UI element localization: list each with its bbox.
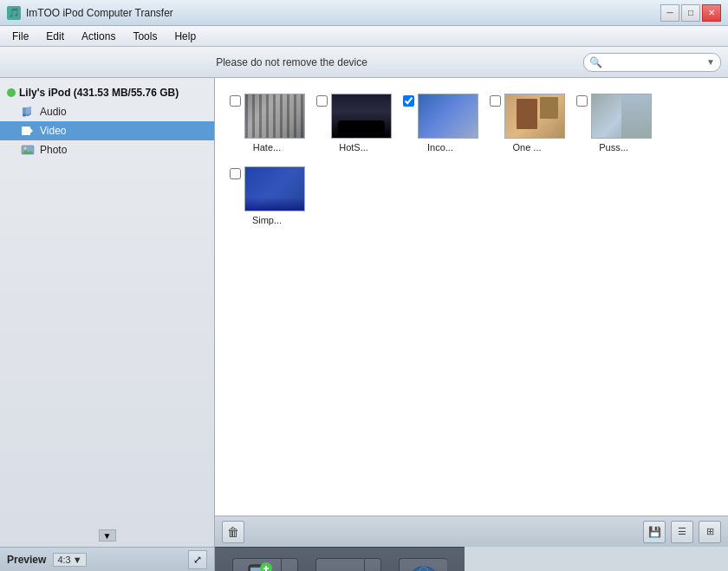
list-item[interactable]: Puss... [570,87,657,159]
thumb-image-inco [418,94,478,139]
aspect-ratio-value: 4:3 [57,555,70,565]
save-button[interactable]: 💾 [643,521,666,543]
window-title: ImTOO iPod Computer Transfer [26,7,660,19]
menu-bar: File Edit Actions Tools Help [0,26,728,47]
audio-label: Audio [40,106,67,118]
window-controls: ─ □ ✕ [660,4,721,22]
list-item[interactable]: Hate... [224,87,310,159]
thumb-image-hate [244,94,305,139]
content-bottom-toolbar: 🗑 💾 ☰ ⊞ [215,516,728,547]
menu-file[interactable]: File [3,27,37,46]
preview-header: Preview 4:3 ▼ ⤢ [0,548,214,571]
transfer-to-device-group: ▼ [232,558,298,572]
transfer-to-computer-group: ▼ [315,558,381,572]
minimize-button[interactable]: ─ [660,4,679,22]
video-icon [21,125,35,137]
svg-point-6 [24,147,27,150]
transfer-to-device-icon [237,561,278,572]
photo-label: Photo [40,144,67,156]
content-area: Hate... HotS... [215,78,728,547]
grid-view-button[interactable]: ⊞ [699,521,721,543]
bottom-action-bar: ▼ ▼ [215,547,465,571]
thumb-image-puss [591,94,652,139]
svg-point-1 [23,114,26,117]
toolbar: Please do not remove the device 🔍 ▼ [0,47,728,78]
thumb-label-one: One ... [512,142,541,152]
sidebar-expand: ▼ [0,524,214,547]
thumb-checkbox-one[interactable] [490,95,501,107]
sidebar: Lily's iPod (431.53 MB/55.76 GB) Audio V… [0,78,215,547]
thumb-checkbox-hots[interactable] [316,95,328,107]
menu-actions[interactable]: Actions [73,27,124,46]
thumb-image-one [504,94,565,139]
thumb-label-puss: Puss... [599,142,628,152]
thumb-checkbox-inco[interactable] [403,95,414,107]
title-bar: 🎵 ImTOO iPod Computer Transfer ─ □ ✕ [0,0,728,26]
thumb-checkbox-hate[interactable] [230,95,241,107]
device-status: Please do not remove the device [7,56,576,68]
photo-icon [21,144,35,156]
itunes-icon [403,561,445,572]
list-item[interactable]: One ... [484,87,570,159]
thumb-checkbox-puss[interactable] [576,95,588,107]
device-item[interactable]: Lily's iPod (431.53 MB/55.76 GB) [0,83,214,102]
thumb-checkbox-simp[interactable] [230,168,241,179]
sidebar-item-photo[interactable]: Photo [0,140,214,159]
aspect-ratio-selector[interactable]: 4:3 ▼ [53,553,86,567]
close-button[interactable]: ✕ [702,4,721,22]
menu-edit[interactable]: Edit [37,27,73,46]
device-status-dot [7,88,16,97]
thumb-label-hots: HotS... [339,142,368,152]
itunes-group [399,558,447,572]
preview-label: Preview [7,554,46,566]
device-name: Lily's iPod (431.53 MB/55.76 GB) [19,87,179,99]
svg-marker-4 [30,128,33,133]
transfer-to-computer-button[interactable] [315,558,364,572]
thumb-image-hots [331,94,392,139]
sidebar-item-video[interactable]: Video [0,121,214,140]
thumb-image-simp [244,166,305,211]
list-view-button[interactable]: ☰ [671,521,693,543]
transfer-to-device-button[interactable] [232,558,281,572]
sidebar-item-audio[interactable]: Audio [0,102,214,121]
delete-button[interactable]: 🗑 [222,521,244,543]
search-icon: 🔍 [589,56,602,68]
expand-arrow-button[interactable]: ▼ [99,529,116,542]
search-box: 🔍 ▼ [583,53,721,72]
thumb-label-simp: Simp... [252,215,282,225]
itunes-button[interactable] [399,558,447,572]
list-item[interactable]: Simp... [224,159,310,232]
menu-tools[interactable]: Tools [124,27,166,46]
transfer-to-computer-icon [320,561,361,572]
list-item[interactable]: HotS... [310,87,397,159]
menu-help[interactable]: Help [166,27,205,46]
app-icon: 🎵 [7,6,21,20]
aspect-ratio-arrow: ▼ [73,555,82,565]
preview-section: Preview 4:3 ▼ ⤢ [0,547,215,571]
svg-point-15 [408,567,439,572]
svg-rect-3 [22,127,30,135]
fullscreen-button[interactable]: ⤢ [188,550,207,569]
transfer-to-computer-arrow[interactable]: ▼ [364,558,381,572]
transfer-to-device-arrow[interactable]: ▼ [281,558,298,572]
thumbnail-grid: Hate... HotS... [215,78,728,516]
audio-icon [21,106,35,118]
search-input[interactable] [602,57,706,68]
thumb-label-inco: Inco... [427,142,453,152]
list-item[interactable]: Inco... [397,87,484,159]
main-area: Lily's iPod (431.53 MB/55.76 GB) Audio V… [0,78,728,547]
search-dropdown-icon[interactable]: ▼ [706,57,715,67]
maximize-button[interactable]: □ [681,4,700,22]
thumb-label-hate: Hate... [253,142,281,152]
bottom-main: Preview 4:3 ▼ ⤢ [0,547,728,571]
video-label: Video [40,125,66,137]
